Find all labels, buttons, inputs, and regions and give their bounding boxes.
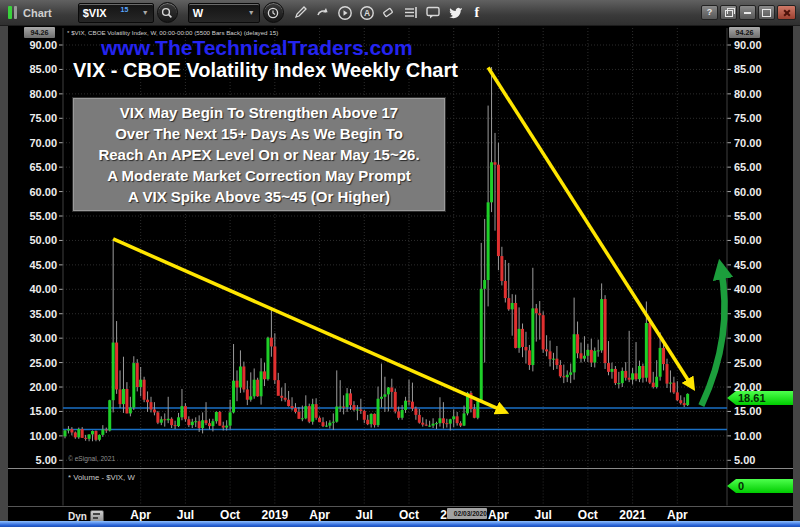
y-axis-tick-label: 55.00	[29, 210, 57, 222]
annotation-line: Reach An APEX Level On or Near May 15~26…	[73, 144, 445, 165]
interval-select[interactable]: W ▼	[188, 3, 260, 23]
x-axis-tick-label: Oct	[220, 508, 240, 522]
symbol-search-button[interactable]	[157, 2, 178, 23]
y-axis-tick-label: 25.00	[29, 357, 57, 369]
candlestick	[225, 426, 228, 428]
eraser-button[interactable]	[379, 3, 399, 23]
chevron-down-icon[interactable]: ▼	[242, 9, 255, 16]
annotation-textbox[interactable]: VIX May Begin To Strengthen Above 17 Ove…	[72, 97, 446, 212]
minimize-button[interactable]	[739, 5, 756, 20]
y-axis-tick-label: 85.00	[29, 63, 57, 75]
candlestick	[222, 426, 225, 428]
circled-a-icon: A	[359, 5, 375, 21]
eraser-icon	[381, 5, 396, 20]
candlestick	[81, 429, 84, 438]
draw-tool-button[interactable]	[291, 3, 311, 23]
up-arrow-drawing[interactable]	[701, 267, 724, 406]
candlestick	[628, 378, 631, 380]
restore-button[interactable]	[720, 5, 737, 20]
maximize-icon	[762, 9, 771, 17]
candlestick	[256, 380, 259, 397]
y-axis-tick-label: 60.00	[734, 186, 762, 198]
candlestick	[666, 364, 669, 384]
candlestick	[645, 323, 648, 378]
candlestick	[624, 371, 627, 378]
candlestick	[473, 409, 476, 418]
candlestick	[311, 404, 314, 422]
annotation-line: A VIX Spike Above 35~45 (Or Higher)	[73, 186, 445, 207]
candlestick	[77, 429, 80, 437]
candlestick	[524, 347, 527, 350]
candlestick	[94, 431, 97, 440]
candlestick	[115, 343, 118, 390]
candlestick	[249, 396, 252, 399]
candlestick	[442, 418, 445, 423]
candlestick	[356, 409, 359, 410]
auto-analysis-button[interactable]: A	[357, 3, 377, 23]
candlestick	[180, 406, 183, 417]
candlestick	[404, 401, 407, 410]
symbol-input[interactable]: $VIX 15 ▼	[78, 3, 154, 23]
connection-status-led	[8, 6, 12, 19]
help-button[interactable]: ?	[701, 5, 718, 20]
candlestick	[284, 398, 287, 400]
candlestick	[156, 412, 159, 422]
candlestick	[363, 411, 366, 420]
candlestick	[304, 406, 307, 418]
chat-button[interactable]	[423, 3, 443, 23]
candlestick	[390, 388, 393, 392]
y-axis-tick-label: 5.00	[734, 454, 755, 466]
candlestick	[531, 308, 534, 365]
candlestick	[648, 323, 651, 383]
pencil-icon	[293, 5, 308, 20]
candlestick	[686, 394, 689, 405]
candlestick	[432, 424, 435, 426]
maximize-button[interactable]	[758, 5, 775, 20]
time-templates-button[interactable]	[263, 2, 284, 23]
candlestick	[74, 432, 77, 437]
candlestick	[659, 348, 662, 377]
candlestick	[610, 369, 613, 372]
candlestick	[497, 165, 500, 256]
redo-drawing-button[interactable]	[313, 3, 333, 23]
facebook-icon: f	[474, 5, 479, 21]
candlestick	[421, 423, 424, 425]
candlestick	[308, 406, 311, 422]
y-axis-tick-label: 70.00	[29, 137, 57, 149]
candlestick	[652, 383, 655, 387]
candlestick	[125, 389, 128, 413]
facebook-button[interactable]: f	[467, 3, 487, 23]
candlestick	[136, 363, 139, 387]
website-link[interactable]: www.TheTechnicalTraders.com	[101, 36, 413, 60]
chat-bubble-icon	[425, 5, 441, 20]
candlestick	[566, 375, 569, 377]
x-axis-tick-label: Apr	[488, 508, 509, 522]
candlestick	[452, 416, 455, 419]
y-axis-tick-label: 35.00	[29, 308, 57, 320]
connection-status-led-secondary	[14, 6, 17, 19]
candlestick	[583, 356, 586, 359]
chevron-down-icon[interactable]: ▼	[136, 9, 149, 16]
studies-sliders-icon	[403, 5, 419, 20]
candlestick	[198, 421, 201, 428]
candlestick	[322, 422, 325, 426]
replay-button[interactable]	[335, 3, 355, 23]
y-axis-tick-label: 85.00	[734, 63, 762, 75]
x-axis-tick-label: 2019	[261, 508, 288, 522]
candlestick	[163, 419, 166, 420]
candlestick	[242, 366, 245, 389]
close-button[interactable]	[777, 5, 796, 20]
candlestick	[167, 419, 170, 420]
candlestick	[590, 350, 593, 363]
candlestick	[191, 422, 194, 425]
candlestick	[194, 421, 197, 422]
twitter-button[interactable]	[445, 3, 465, 23]
candlestick	[445, 423, 448, 424]
candlestick	[98, 435, 101, 440]
candlestick	[150, 402, 153, 409]
candlestick	[291, 406, 294, 408]
y-axis-tick-label: 65.00	[29, 161, 57, 173]
candlestick	[349, 393, 352, 405]
studies-button[interactable]	[401, 3, 421, 23]
candlestick	[679, 400, 682, 403]
